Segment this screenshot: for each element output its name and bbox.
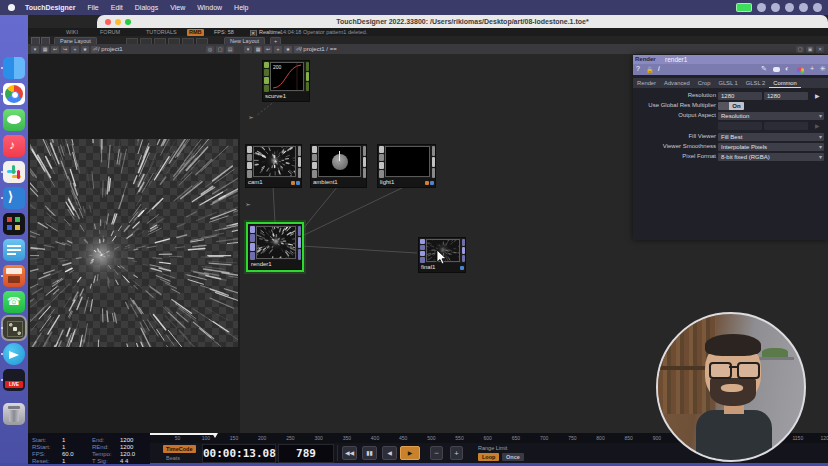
menu-status-icon[interactable] (771, 3, 780, 12)
right-pane-controls[interactable]: ▾▦↩+★⏎ (244, 46, 302, 53)
toolbar-link-tutorials[interactable]: TUTORIALS (146, 29, 177, 35)
param-tab-common[interactable]: Common (769, 78, 801, 88)
field-value[interactable]: 1 (62, 458, 65, 464)
param-dropdown[interactable]: Fill Best▾ (718, 133, 824, 141)
whatsapp-icon[interactable]: ☎ (3, 291, 25, 313)
node-flag-column[interactable] (461, 238, 465, 263)
timecode-mode-button[interactable]: TimeCode (163, 445, 196, 453)
dark-grid-app-icon[interactable] (3, 213, 25, 235)
toolbar-link-forum[interactable]: FORUM (100, 29, 120, 35)
node-viewer[interactable] (318, 146, 361, 177)
node-flag-column[interactable] (297, 225, 301, 260)
node-flag-column[interactable] (431, 145, 435, 178)
node-viewer[interactable] (256, 226, 296, 259)
node-render1[interactable]: render1 (248, 224, 302, 270)
vscode-icon[interactable]: ⟩ (3, 187, 25, 209)
pause-button[interactable]: ▮▮ (362, 446, 377, 460)
menu-item-file[interactable]: File (81, 4, 104, 11)
param-tab-glsl-1[interactable]: GLSL 1 (714, 78, 741, 88)
node-flag-column[interactable] (311, 145, 317, 178)
menu-status-icon[interactable] (757, 3, 766, 12)
green-app-icon[interactable] (3, 109, 25, 131)
info-icon[interactable]: i (658, 65, 660, 72)
comment-icon[interactable] (773, 67, 780, 72)
node-flag-column[interactable] (378, 145, 384, 178)
node-flag-column[interactable] (297, 145, 301, 178)
menu-status-icon[interactable] (785, 3, 794, 12)
left-pane-controls[interactable]: ▾▦↩↪+★⏎ (31, 46, 99, 53)
node-flag-column[interactable] (249, 225, 255, 260)
plus-icon[interactable]: + (810, 65, 814, 72)
node-scurve1[interactable]: 200scurve1 (262, 60, 310, 102)
playhead-marker[interactable] (212, 433, 218, 438)
param-toggle[interactable]: On (718, 102, 744, 110)
field-value[interactable]: 1200 (120, 444, 133, 450)
window-titlebar[interactable]: TouchDesigner 2022.33800: /Users/rikioma… (97, 15, 828, 28)
field-value[interactable]: 1 (62, 437, 65, 443)
node-flag-column[interactable] (263, 61, 269, 92)
toolbar-link-wiki[interactable]: WIKI (66, 29, 78, 35)
play-forward-button[interactable]: ▶ (400, 446, 420, 460)
node-flag-column[interactable] (246, 145, 252, 178)
play-reverse-button[interactable]: ◀ (382, 446, 397, 460)
beats-mode-button[interactable]: Beats (166, 455, 180, 461)
gear-icon[interactable]: ✳ (820, 65, 826, 73)
menu-item-window[interactable]: Window (191, 4, 228, 11)
field-value[interactable]: 1 (62, 444, 65, 450)
node-viewer[interactable]: 200 (270, 62, 304, 91)
contrast-icon[interactable]: ◐ (785, 65, 789, 72)
menu-item-dialogs[interactable]: Dialogs (129, 4, 164, 11)
field-value[interactable]: 60.0 (62, 451, 74, 457)
menu-status-icon[interactable] (813, 3, 822, 12)
once-button[interactable]: Once (502, 453, 524, 461)
node-flag-column[interactable] (305, 61, 309, 92)
node-flags[interactable] (425, 181, 435, 185)
field-value[interactable]: 120.0 (120, 451, 135, 457)
battery-icon[interactable] (736, 3, 752, 12)
lock-icon[interactable]: 🔒 (646, 66, 654, 73)
param-expand-arrow[interactable]: ▶ (815, 92, 820, 99)
telegram-icon[interactable] (3, 343, 25, 365)
node-cam1[interactable]: cam1 (245, 144, 302, 188)
step-back-button[interactable]: − (430, 446, 443, 460)
right-pane-view-buttons[interactable]: ▢▣✕ (796, 46, 824, 53)
frame-display[interactable]: 789 (278, 444, 334, 463)
operator-name-field[interactable]: render1 (665, 56, 687, 63)
menu-item-edit[interactable]: Edit (105, 4, 129, 11)
trash-icon[interactable] (3, 403, 25, 425)
param-tab-glsl-2[interactable]: GLSL 2 (742, 78, 769, 88)
live-app-icon[interactable]: LIVE (3, 369, 25, 391)
blue-notes-icon[interactable] (3, 239, 25, 261)
top-viewer-pane[interactable] (28, 54, 242, 434)
right-pane-path[interactable]: / project1 / == (300, 46, 337, 52)
menu-item-help[interactable]: Help (228, 4, 254, 11)
parameter-panel-header[interactable]: Render render1 (633, 55, 828, 64)
menu-item-touchdesigner[interactable]: TouchDesigner (19, 4, 81, 11)
orange-app-icon[interactable] (3, 265, 25, 287)
param-tab-render[interactable]: Render (633, 78, 660, 88)
param-dropdown[interactable]: Resolution▾ (718, 112, 824, 120)
param-dropdown[interactable]: 8-bit fixed (RGBA)▾ (718, 153, 824, 161)
chrome-icon[interactable] (3, 83, 25, 105)
help-icon[interactable]: ? (636, 65, 640, 72)
node-ambient1[interactable]: ambient1 (310, 144, 367, 188)
left-pane-view-buttons[interactable]: ◎▢▤ (206, 46, 234, 53)
touchdesigner-icon[interactable] (3, 317, 25, 339)
param-tab-advanced[interactable]: Advanced (660, 78, 694, 88)
node-viewer[interactable] (385, 146, 430, 177)
node-flag-column[interactable] (419, 238, 425, 263)
loop-button[interactable]: Loop (478, 453, 499, 461)
node-flags[interactable] (460, 266, 464, 270)
node-light1[interactable]: light1 (377, 144, 436, 188)
param-tab-crop[interactable]: Crop (694, 78, 715, 88)
finder-icon[interactable] (3, 57, 25, 79)
param-value-field[interactable]: 1280 (764, 92, 808, 100)
step-forward-button[interactable]: + (450, 446, 463, 460)
menu-item-view[interactable]: View (164, 4, 191, 11)
param-value-field[interactable]: 1280 (718, 92, 762, 100)
node-viewer[interactable] (253, 146, 296, 177)
node-flag-column[interactable] (362, 145, 366, 178)
field-value[interactable]: 4 4 (120, 458, 128, 464)
field-value[interactable]: 1200 (120, 437, 133, 443)
node-flags[interactable] (291, 181, 301, 185)
